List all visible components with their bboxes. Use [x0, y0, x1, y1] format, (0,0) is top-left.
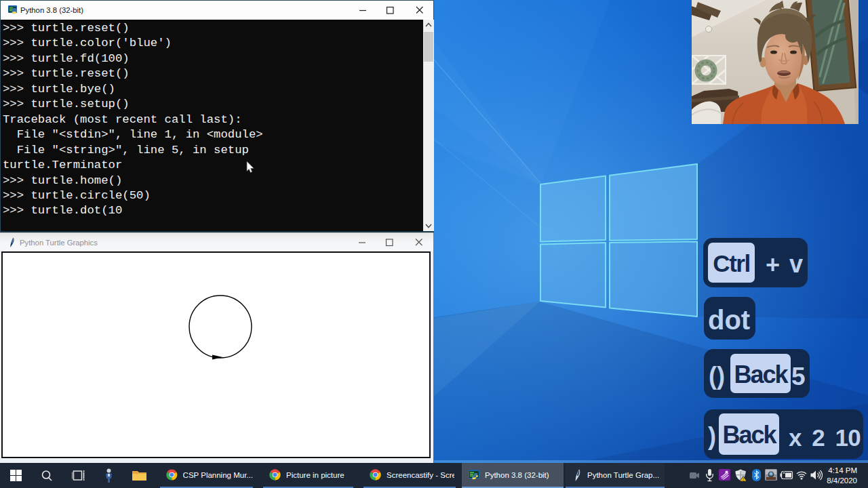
svg-text:!: ! — [743, 477, 744, 481]
